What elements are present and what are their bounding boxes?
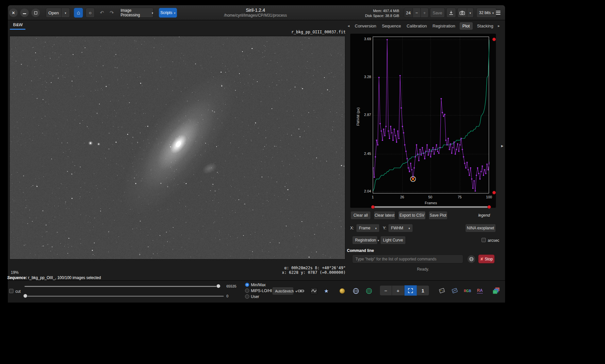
- clear-all-button[interactable]: Clear all: [351, 211, 371, 220]
- image-display-area[interactable]: [9, 36, 345, 259]
- ra-dec-readout: α: 00h28m22s δ: +40°26'49": [209, 266, 346, 270]
- livestacking-button[interactable]: ○: [86, 8, 95, 18]
- undo-icon: ↶: [100, 10, 104, 16]
- ra-dec-grid-button[interactable]: [474, 285, 485, 296]
- cut-label: cut: [15, 289, 21, 294]
- scripts-menu-button[interactable]: Scripts ▾: [159, 8, 177, 18]
- panel-expand-arrow[interactable]: ▸: [501, 143, 503, 148]
- arcsec-checkbox[interactable]: [482, 238, 486, 242]
- window-maximize-button[interactable]: [31, 8, 40, 17]
- radio-row-min-max[interactable]: Min/Max: [245, 282, 272, 287]
- save-plot-button[interactable]: Save Plot: [429, 211, 448, 220]
- astronomical-image-m31[interactable]: [10, 36, 345, 259]
- radio-button[interactable]: [245, 294, 249, 299]
- save-button[interactable]: Save: [430, 8, 445, 18]
- light-curve-button[interactable]: Light Curve: [380, 236, 406, 244]
- photometry-coin-icon: [339, 288, 345, 294]
- tab-calibration[interactable]: Calibration: [405, 22, 428, 30]
- threads-value[interactable]: 24: [404, 8, 413, 18]
- chevron-down-icon: ▾: [408, 227, 410, 230]
- tab-plot[interactable]: Plot: [460, 22, 473, 30]
- chain-link-icon: [298, 289, 304, 293]
- threads-increase-button[interactable]: +: [421, 8, 429, 18]
- y-axis-dropdown[interactable]: FWHM ▾: [388, 224, 413, 232]
- threads-value-label: 24: [406, 10, 411, 15]
- window-minimize-button[interactable]: [20, 8, 29, 17]
- clear-latest-button[interactable]: Clear latest: [374, 211, 395, 220]
- window-close-button[interactable]: ✕: [9, 8, 18, 17]
- high-threshold-slider[interactable]: [25, 286, 221, 287]
- x-range-slider-track[interactable]: [371, 206, 490, 208]
- stop-button[interactable]: ✘ Stop: [478, 255, 495, 263]
- legend-link[interactable]: legend: [470, 213, 490, 218]
- export-to-csv-button[interactable]: Export to CSV: [398, 211, 426, 220]
- background-extraction-button[interactable]: [309, 286, 319, 296]
- undo-button[interactable]: ↶: [97, 8, 106, 18]
- radio-button[interactable]: [245, 289, 249, 293]
- x-range-right-slider-handle[interactable]: [487, 205, 491, 209]
- tabs-scroll-left-button[interactable]: ◂: [348, 24, 350, 28]
- zoom-out-button[interactable]: −: [380, 285, 392, 296]
- threads-decrease-button[interactable]: −: [413, 8, 421, 18]
- stretch-mode-value: AutoStretch: [275, 289, 294, 293]
- command-input[interactable]: [352, 255, 463, 263]
- redo-button[interactable]: ↷: [107, 8, 116, 18]
- radio-row-user[interactable]: User: [245, 294, 272, 299]
- stop-label: Stop: [485, 257, 493, 261]
- high-threshold-slider-handle[interactable]: [216, 284, 221, 288]
- tab-stacking[interactable]: Stacking: [476, 22, 495, 30]
- snapshot-dropdown-button[interactable]: ▾: [467, 8, 474, 18]
- link-channels-button[interactable]: [296, 286, 306, 296]
- y-range-lower-slider-handle[interactable]: [492, 191, 496, 194]
- chevron-down-icon: ▾: [375, 227, 377, 230]
- radio-button[interactable]: [245, 283, 249, 287]
- plot-region[interactable]: [373, 37, 489, 193]
- command-extra-button[interactable]: [467, 255, 476, 263]
- open-button[interactable]: Open: [46, 8, 61, 18]
- target-icon: [366, 288, 372, 294]
- star-detection-button[interactable]: ★: [321, 286, 331, 296]
- save-as-button[interactable]: [446, 8, 456, 18]
- arcsec-label: arcsec: [488, 238, 499, 243]
- astrometry-stamp-button[interactable]: [436, 285, 448, 296]
- low-threshold-slider-handle[interactable]: [23, 294, 27, 298]
- y-range-upper-slider-handle[interactable]: [492, 38, 496, 41]
- fwhm-plot: [373, 37, 489, 194]
- zoom-in-button[interactable]: +: [392, 285, 404, 296]
- zoom-100-button[interactable]: 1: [417, 285, 429, 296]
- tab-conversion[interactable]: Conversion: [353, 22, 378, 30]
- cut-checkbox[interactable]: [9, 289, 13, 293]
- globe-icon: [353, 288, 359, 294]
- radio-row-mips-lo-hi[interactable]: MIPS-LO/HI: [245, 288, 272, 293]
- open-dropdown-button[interactable]: ▾: [61, 8, 70, 18]
- nina-exoplanet-button[interactable]: NINA exoplanet: [465, 224, 496, 232]
- high-threshold-value: 65535: [226, 284, 237, 288]
- annotations-button[interactable]: [351, 286, 361, 296]
- fit-to-window-button[interactable]: [404, 285, 417, 296]
- tab-registration[interactable]: Registration: [431, 22, 456, 30]
- hamburger-menu-button[interactable]: [493, 8, 503, 18]
- radio-label: User: [251, 294, 259, 299]
- tilted-frame-blue-icon: [451, 287, 459, 295]
- clear-all-label: Clear all: [353, 213, 368, 218]
- snapshot-button[interactable]: [457, 8, 467, 18]
- low-threshold-slider[interactable]: [25, 296, 224, 297]
- tab-bw[interactable]: B&W: [10, 21, 26, 28]
- registration-layer-dropdown[interactable]: Registration ▾: [352, 236, 378, 244]
- rgb-composition-button[interactable]: [462, 285, 473, 296]
- sequence-info: r_bkg_pp_OIII_, 100/100 images selected: [27, 275, 101, 280]
- stretch-mode-dropdown[interactable]: AutoStretch ▾: [272, 287, 294, 295]
- tab-sequence[interactable]: Sequence: [381, 22, 402, 30]
- plate-solve-button[interactable]: [449, 285, 460, 296]
- home-directory-button[interactable]: ⌂: [74, 8, 83, 18]
- photometry-aperture-button[interactable]: [364, 286, 374, 296]
- x-axis-dropdown[interactable]: Frame ▾: [356, 224, 380, 232]
- image-processing-menu-button[interactable]: Image Processing ▾: [120, 8, 154, 18]
- photometry-button[interactable]: [337, 286, 347, 296]
- x-range-left-slider-handle[interactable]: [371, 205, 375, 209]
- plot-y-axis-label: FWHM (px): [356, 97, 360, 136]
- x-tick-label: 50: [425, 195, 435, 199]
- tabs-scroll-right-button[interactable]: ▸: [498, 24, 500, 28]
- channel-layers-button[interactable]: [491, 285, 502, 297]
- memory-info: Mem: 497.4 MiB Disk Space: 38.8 GiB: [353, 8, 399, 19]
